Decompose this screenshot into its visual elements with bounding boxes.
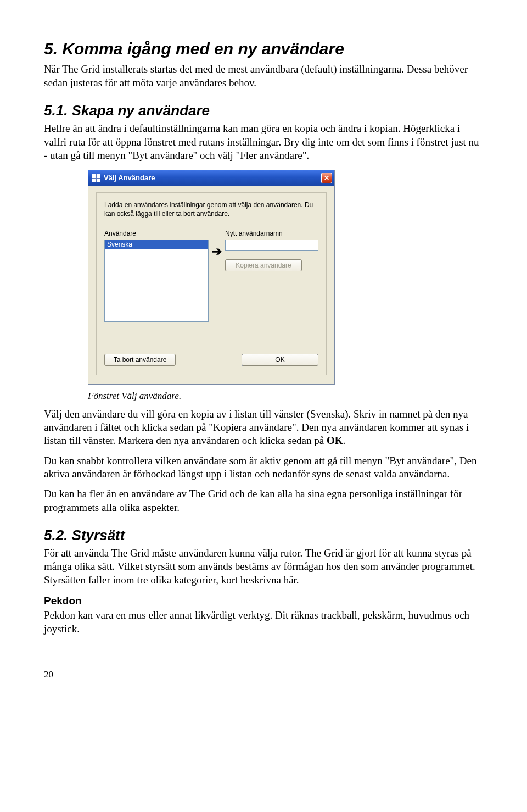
close-button[interactable]: ✕	[321, 173, 332, 183]
groupbox: Ladda en användares inställningar genom …	[96, 192, 327, 375]
label-new-username: Nytt användarnamn	[225, 230, 318, 238]
paragraph: Hellre än att ändra i defaultinställning…	[44, 122, 483, 162]
heading-2: 5.2. Styrsätt	[44, 526, 483, 544]
list-item[interactable]: Svenska	[105, 240, 208, 249]
titlebar[interactable]: Välj Användare ✕	[88, 170, 334, 186]
dialog-select-user: Välj Användare ✕ Ladda en användares ins…	[88, 170, 335, 385]
ok-button[interactable]: OK	[242, 354, 318, 366]
copy-user-button[interactable]: Kopiera användare	[225, 259, 302, 271]
close-icon: ✕	[324, 175, 329, 181]
paragraph: För att använda The Grid måste användare…	[44, 547, 483, 587]
app-grid-icon	[92, 174, 100, 182]
heading-2: 5.1. Skapa ny användare	[44, 102, 483, 120]
text-run: Välj den användare du vill göra en kopia…	[44, 408, 469, 447]
text-bold: OK	[327, 435, 343, 446]
remove-user-button[interactable]: Ta bort användare	[104, 354, 176, 366]
text-run: .	[343, 435, 345, 446]
paragraph: Välj den användare du vill göra en kopia…	[44, 408, 483, 448]
new-username-input[interactable]	[225, 240, 318, 251]
arrow-right-icon: ➔	[212, 244, 222, 259]
paragraph: Du kan ha fler än en användare av The Gr…	[44, 487, 483, 514]
window-title: Välj Användare	[104, 174, 155, 183]
dialog-intro-text: Ladda en användares inställningar genom …	[104, 201, 318, 218]
figure-caption: Fönstret Välj användare.	[88, 390, 483, 402]
paragraph: Pekdon kan vara en mus eller annat likvä…	[44, 609, 483, 636]
paragraph: Du kan snabbt kontrollera vilken använda…	[44, 454, 483, 481]
page-number: 20	[44, 669, 483, 681]
heading-3: Pekdon	[44, 594, 483, 608]
heading-1: 5. Komma igång med en ny användare	[44, 38, 483, 59]
label-users: Användare	[104, 230, 209, 238]
user-listbox[interactable]: Svenska	[104, 240, 209, 322]
paragraph: När The Grid installerats startas det me…	[44, 63, 483, 90]
